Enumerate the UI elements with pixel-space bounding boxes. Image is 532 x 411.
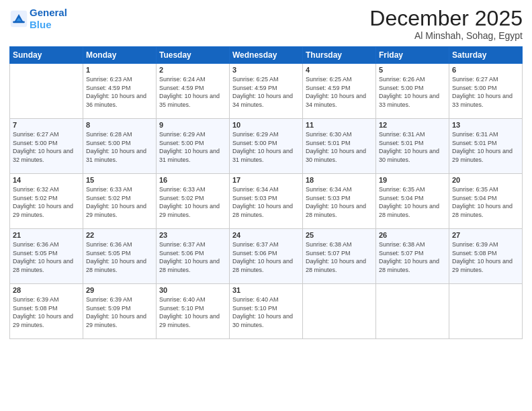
- day-number: 3: [232, 66, 300, 74]
- day-number: 13: [452, 121, 519, 129]
- day-number: 7: [13, 121, 80, 129]
- calendar-cell: 24Sunrise: 6:37 AM Sunset: 5:06 PM Dayli…: [230, 229, 303, 284]
- day-number: 18: [306, 176, 373, 184]
- header-row: SundayMondayTuesdayWednesdayThursdayFrid…: [10, 47, 523, 64]
- calendar-cell: 7Sunrise: 6:27 AM Sunset: 5:00 PM Daylig…: [10, 119, 83, 174]
- day-number: 9: [159, 121, 226, 129]
- calendar-cell: 2Sunrise: 6:24 AM Sunset: 4:59 PM Daylig…: [157, 64, 230, 119]
- calendar-cell: 5Sunrise: 6:26 AM Sunset: 5:00 PM Daylig…: [376, 64, 449, 119]
- day-info: Sunrise: 6:30 AM Sunset: 5:01 PM Dayligh…: [306, 130, 373, 164]
- day-info: Sunrise: 6:33 AM Sunset: 5:02 PM Dayligh…: [86, 185, 153, 219]
- calendar-cell: 25Sunrise: 6:38 AM Sunset: 5:07 PM Dayli…: [303, 229, 376, 284]
- calendar-cell: 10Sunrise: 6:29 AM Sunset: 5:00 PM Dayli…: [230, 119, 303, 174]
- day-info: Sunrise: 6:32 AM Sunset: 5:02 PM Dayligh…: [13, 185, 80, 219]
- day-number: 8: [86, 121, 153, 129]
- day-number: 24: [232, 231, 300, 239]
- header-day-friday: Friday: [376, 47, 449, 64]
- day-info: Sunrise: 6:35 AM Sunset: 5:04 PM Dayligh…: [452, 185, 519, 219]
- day-info: Sunrise: 6:40 AM Sunset: 5:10 PM Dayligh…: [232, 295, 300, 329]
- day-number: 19: [379, 176, 446, 184]
- calendar-cell: 16Sunrise: 6:33 AM Sunset: 5:02 PM Dayli…: [157, 174, 230, 229]
- calendar-cell: 6Sunrise: 6:27 AM Sunset: 5:00 PM Daylig…: [449, 64, 523, 119]
- calendar-cell: 3Sunrise: 6:25 AM Sunset: 4:59 PM Daylig…: [230, 64, 303, 119]
- header-day-sunday: Sunday: [10, 47, 83, 64]
- day-number: 22: [86, 231, 153, 239]
- calendar-cell: [376, 284, 449, 339]
- header: General Blue December 2025 Al Minshah, S…: [9, 7, 523, 41]
- calendar-cell: 11Sunrise: 6:30 AM Sunset: 5:01 PM Dayli…: [303, 119, 376, 174]
- day-number: 20: [452, 176, 519, 184]
- calendar-cell: 30Sunrise: 6:40 AM Sunset: 5:10 PM Dayli…: [157, 284, 230, 339]
- calendar-body: 1Sunrise: 6:23 AM Sunset: 4:59 PM Daylig…: [10, 64, 523, 339]
- day-info: Sunrise: 6:39 AM Sunset: 5:08 PM Dayligh…: [452, 240, 519, 274]
- calendar-cell: 29Sunrise: 6:39 AM Sunset: 5:09 PM Dayli…: [83, 284, 157, 339]
- day-number: 1: [86, 66, 153, 74]
- calendar-header: SundayMondayTuesdayWednesdayThursdayFrid…: [10, 47, 523, 64]
- day-info: Sunrise: 6:31 AM Sunset: 5:01 PM Dayligh…: [452, 130, 519, 164]
- day-number: 11: [306, 121, 373, 129]
- day-number: 5: [379, 66, 446, 74]
- day-info: Sunrise: 6:29 AM Sunset: 5:00 PM Dayligh…: [232, 130, 300, 164]
- calendar-cell: [303, 284, 376, 339]
- day-info: Sunrise: 6:36 AM Sunset: 5:05 PM Dayligh…: [86, 240, 153, 274]
- calendar-table: SundayMondayTuesdayWednesdayThursdayFrid…: [9, 46, 523, 339]
- week-row-3: 21Sunrise: 6:36 AM Sunset: 5:05 PM Dayli…: [10, 229, 523, 284]
- week-row-0: 1Sunrise: 6:23 AM Sunset: 4:59 PM Daylig…: [10, 64, 523, 119]
- calendar-cell: 14Sunrise: 6:32 AM Sunset: 5:02 PM Dayli…: [10, 174, 83, 229]
- day-info: Sunrise: 6:40 AM Sunset: 5:10 PM Dayligh…: [159, 295, 226, 329]
- header-day-saturday: Saturday: [449, 47, 523, 64]
- calendar-cell: 18Sunrise: 6:34 AM Sunset: 5:03 PM Dayli…: [303, 174, 376, 229]
- logo-icon: [9, 9, 28, 28]
- calendar-cell: 13Sunrise: 6:31 AM Sunset: 5:01 PM Dayli…: [449, 119, 523, 174]
- logo-text: General Blue: [30, 7, 67, 31]
- day-number: 28: [13, 286, 80, 294]
- day-info: Sunrise: 6:36 AM Sunset: 5:05 PM Dayligh…: [13, 240, 80, 274]
- calendar-cell: 8Sunrise: 6:28 AM Sunset: 5:00 PM Daylig…: [83, 119, 157, 174]
- day-info: Sunrise: 6:29 AM Sunset: 5:00 PM Dayligh…: [159, 130, 226, 164]
- day-info: Sunrise: 6:23 AM Sunset: 4:59 PM Dayligh…: [86, 75, 153, 109]
- day-number: 16: [159, 176, 226, 184]
- svg-rect-3: [13, 21, 25, 24]
- day-info: Sunrise: 6:33 AM Sunset: 5:02 PM Dayligh…: [159, 185, 226, 219]
- logo-line1: General: [30, 7, 67, 18]
- week-row-2: 14Sunrise: 6:32 AM Sunset: 5:02 PM Dayli…: [10, 174, 523, 229]
- day-info: Sunrise: 6:37 AM Sunset: 5:06 PM Dayligh…: [232, 240, 300, 274]
- day-number: 26: [379, 231, 446, 239]
- day-number: 12: [379, 121, 446, 129]
- day-info: Sunrise: 6:39 AM Sunset: 5:09 PM Dayligh…: [86, 295, 153, 329]
- day-number: 21: [13, 231, 80, 239]
- day-info: Sunrise: 6:25 AM Sunset: 4:59 PM Dayligh…: [306, 75, 373, 109]
- day-number: 4: [306, 66, 373, 74]
- calendar-cell: 26Sunrise: 6:38 AM Sunset: 5:07 PM Dayli…: [376, 229, 449, 284]
- day-number: 15: [86, 176, 153, 184]
- calendar-cell: [449, 284, 523, 339]
- calendar-cell: 12Sunrise: 6:31 AM Sunset: 5:01 PM Dayli…: [376, 119, 449, 174]
- day-info: Sunrise: 6:27 AM Sunset: 5:00 PM Dayligh…: [452, 75, 519, 109]
- day-number: 25: [306, 231, 373, 239]
- day-info: Sunrise: 6:39 AM Sunset: 5:08 PM Dayligh…: [13, 295, 80, 329]
- day-info: Sunrise: 6:38 AM Sunset: 5:07 PM Dayligh…: [306, 240, 373, 274]
- day-info: Sunrise: 6:34 AM Sunset: 5:03 PM Dayligh…: [232, 185, 300, 219]
- day-info: Sunrise: 6:31 AM Sunset: 5:01 PM Dayligh…: [379, 130, 446, 164]
- calendar-cell: 31Sunrise: 6:40 AM Sunset: 5:10 PM Dayli…: [230, 284, 303, 339]
- calendar-cell: 27Sunrise: 6:39 AM Sunset: 5:08 PM Dayli…: [449, 229, 523, 284]
- day-info: Sunrise: 6:34 AM Sunset: 5:03 PM Dayligh…: [306, 185, 373, 219]
- day-info: Sunrise: 6:38 AM Sunset: 5:07 PM Dayligh…: [379, 240, 446, 274]
- calendar-cell: 15Sunrise: 6:33 AM Sunset: 5:02 PM Dayli…: [83, 174, 157, 229]
- calendar-cell: 4Sunrise: 6:25 AM Sunset: 4:59 PM Daylig…: [303, 64, 376, 119]
- header-day-tuesday: Tuesday: [157, 47, 230, 64]
- day-info: Sunrise: 6:37 AM Sunset: 5:06 PM Dayligh…: [159, 240, 226, 274]
- day-info: Sunrise: 6:27 AM Sunset: 5:00 PM Dayligh…: [13, 130, 80, 164]
- day-info: Sunrise: 6:24 AM Sunset: 4:59 PM Dayligh…: [159, 75, 226, 109]
- calendar-cell: 20Sunrise: 6:35 AM Sunset: 5:04 PM Dayli…: [449, 174, 523, 229]
- calendar-cell: 19Sunrise: 6:35 AM Sunset: 5:04 PM Dayli…: [376, 174, 449, 229]
- day-info: Sunrise: 6:25 AM Sunset: 4:59 PM Dayligh…: [232, 75, 300, 109]
- page-container: General Blue December 2025 Al Minshah, S…: [0, 0, 532, 346]
- day-number: 27: [452, 231, 519, 239]
- logo: General Blue: [9, 7, 67, 31]
- header-day-monday: Monday: [83, 47, 157, 64]
- day-number: 6: [452, 66, 519, 74]
- title-block: December 2025 Al Minshah, Sohag, Egypt: [369, 7, 523, 41]
- day-info: Sunrise: 6:28 AM Sunset: 5:00 PM Dayligh…: [86, 130, 153, 164]
- day-number: 31: [232, 286, 300, 294]
